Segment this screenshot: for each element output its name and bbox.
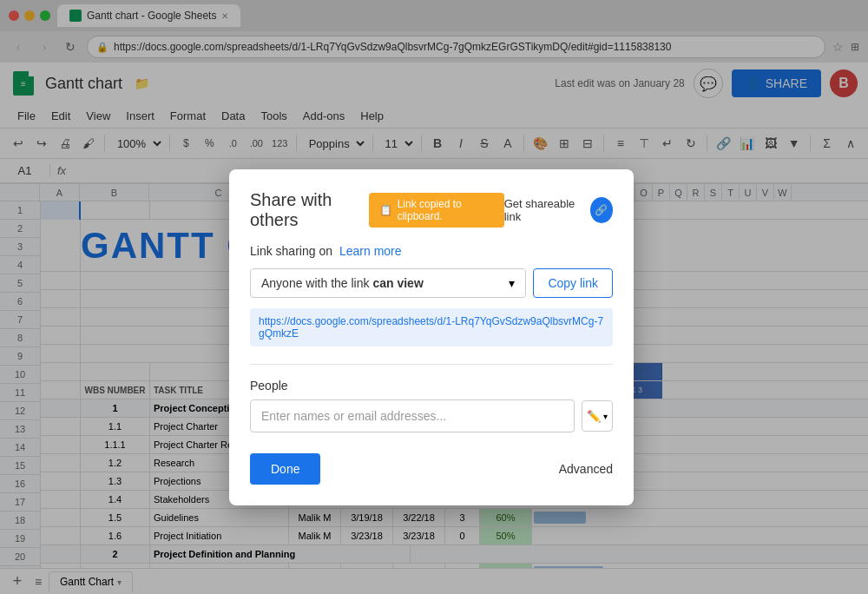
get-link-button[interactable]: 🔗 xyxy=(590,197,613,223)
people-input-row: ✏️ ▾ xyxy=(250,399,613,432)
permissions-button[interactable]: ✏️ ▾ xyxy=(582,400,613,432)
people-input[interactable] xyxy=(250,399,575,432)
share-dialog: Share with others 📋 Link copied to clipb… xyxy=(229,169,634,505)
link-sharing-label: Link sharing on xyxy=(250,244,332,258)
dropdown-arrow-small: ▾ xyxy=(603,412,608,421)
modal-divider xyxy=(250,364,613,365)
link-options-row: Anyone with the link can view ▾ Copy lin… xyxy=(250,268,613,298)
get-link-section: Get shareable link 🔗 xyxy=(504,197,613,223)
modal-header: Share with others 📋 Link copied to clipb… xyxy=(250,190,613,230)
link-dropdown-text: Anyone with the link can view xyxy=(261,276,424,290)
link-dropdown-main: Anyone with the link xyxy=(261,276,370,290)
learn-more-link[interactable]: Learn more xyxy=(339,244,402,258)
modal-footer: Done Advanced xyxy=(250,453,613,485)
copy-link-button[interactable]: Copy link xyxy=(533,268,613,298)
advanced-button[interactable]: Advanced xyxy=(559,462,613,476)
link-dropdown-suffix: can view xyxy=(372,276,423,290)
dropdown-arrow-icon: ▾ xyxy=(509,276,515,290)
link-url-display[interactable]: https://docs.google.com/spreadsheets/d/1… xyxy=(250,308,613,346)
get-link-label: Get shareable link xyxy=(504,197,583,223)
modal-title: Share with others xyxy=(250,190,369,230)
people-label: People xyxy=(250,379,613,393)
link-icon: 🔗 xyxy=(595,204,608,216)
link-copied-text: Link copied to clipboard. xyxy=(398,198,494,222)
clipboard-icon: 📋 xyxy=(379,204,392,216)
link-sharing-row: Link sharing on Learn more xyxy=(250,244,613,258)
link-dropdown[interactable]: Anyone with the link can view ▾ xyxy=(250,268,526,298)
done-button[interactable]: Done xyxy=(250,453,320,485)
link-copied-badge: 📋 Link copied to clipboard. xyxy=(369,193,504,228)
pen-icon: ✏️ xyxy=(587,410,602,423)
